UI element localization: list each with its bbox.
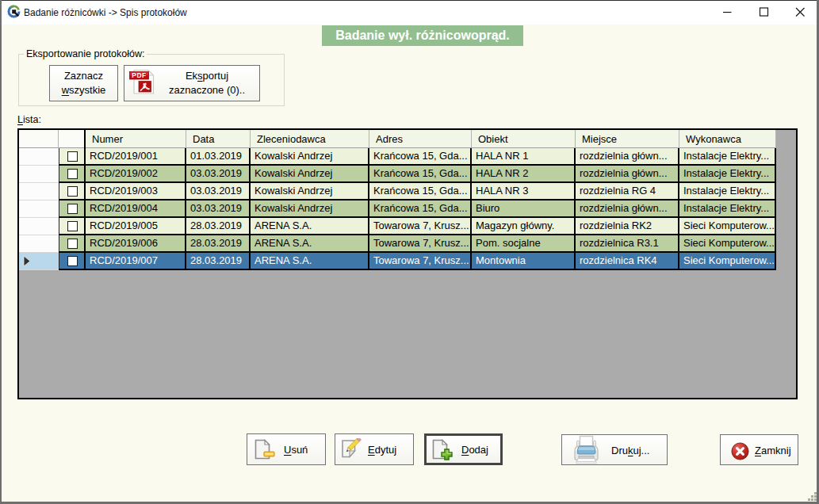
svg-text:PDF: PDF <box>132 71 147 79</box>
